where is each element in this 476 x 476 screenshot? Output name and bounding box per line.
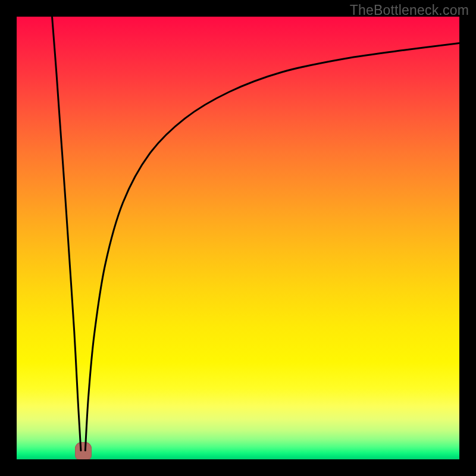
- bottleneck-curve: [17, 17, 459, 459]
- chart-frame: TheBottleneck.com: [0, 0, 476, 476]
- curve-left-branch: [52, 17, 81, 450]
- plot-area: [17, 17, 459, 459]
- curve-right-branch: [85, 43, 459, 451]
- watermark-text: TheBottleneck.com: [350, 2, 469, 18]
